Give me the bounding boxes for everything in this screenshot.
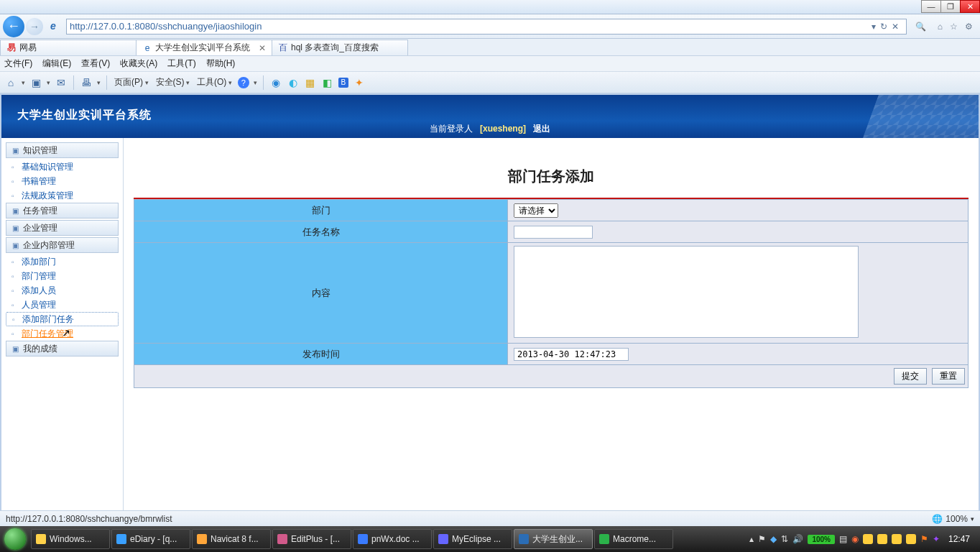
orange-icon[interactable]: ✦ — [353, 76, 366, 89]
mail-icon[interactable]: ✉ — [55, 76, 68, 89]
tab-label: hql 多表查询_百度搜索 — [291, 42, 379, 54]
favorites-icon[interactable]: ☆ — [950, 22, 958, 32]
tab-netease[interactable]: 易 网易 — [0, 40, 137, 55]
search-icon[interactable]: 🔍 — [911, 22, 930, 32]
netease-icon: 易 — [6, 42, 17, 54]
menu-file[interactable]: 文件(F) — [4, 58, 32, 70]
home-icon[interactable]: ⌂ — [4, 76, 17, 89]
stop-icon[interactable]: ✕ — [892, 22, 899, 32]
home-icon[interactable]: ⌂ — [938, 22, 943, 32]
window-maximize-button[interactable]: ❐ — [940, 0, 961, 13]
menu-view[interactable]: 查看(V) — [81, 58, 110, 70]
close-icon[interactable]: ✕ — [259, 43, 266, 53]
menu-tools[interactable]: 工具(T) — [167, 58, 195, 70]
url-input[interactable] — [70, 21, 867, 32]
tools-menu[interactable]: 工具(O) — [195, 76, 234, 88]
refresh-icon[interactable]: ↻ — [880, 22, 887, 32]
ie-icon: e — [142, 43, 152, 53]
tab-label: 大学生创业实训平台系统 — [155, 42, 250, 54]
forward-button[interactable]: → — [26, 18, 43, 35]
tab-app[interactable]: e 大学生创业实训平台系统 ✕ — [136, 40, 272, 55]
tab-baidu[interactable]: 百 hql 多表查询_百度搜索 — [272, 40, 408, 55]
tab-label: 网易 — [19, 42, 37, 54]
window-close-button[interactable]: ✕ — [960, 0, 980, 13]
gear-icon[interactable]: ⚙ — [965, 22, 973, 32]
address-bar[interactable]: ▾ ↻ ✕ — [66, 19, 907, 34]
baidu-icon: 百 — [278, 42, 288, 54]
print-icon[interactable]: 🖶 — [80, 76, 93, 89]
menu-bar: 文件(F) 编辑(E) 查看(V) 收藏夹(A) 工具(T) 帮助(H) — [0, 56, 980, 72]
feeds-icon[interactable]: ▣ — [29, 76, 42, 89]
green-icon[interactable]: ◧ — [321, 76, 334, 89]
yellow-icon[interactable]: ▦ — [304, 76, 317, 89]
help-icon[interactable]: ? — [238, 77, 249, 88]
menu-fav[interactable]: 收藏夹(A) — [120, 58, 157, 70]
menu-edit[interactable]: 编辑(E) — [42, 58, 71, 70]
ie-icon: e — [50, 20, 63, 33]
window-minimize-button[interactable]: — — [921, 0, 941, 13]
globe-icon[interactable]: ◉ — [269, 76, 282, 89]
dropdown-icon[interactable]: ▾ — [872, 22, 876, 32]
page-menu[interactable]: 页面(P) — [113, 76, 150, 88]
bt-icon[interactable]: B — [338, 78, 348, 88]
back-button[interactable]: ← — [3, 16, 24, 37]
safety-menu[interactable]: 安全(S) — [154, 76, 192, 88]
menu-help[interactable]: 帮助(H) — [206, 58, 236, 70]
globe2-icon[interactable]: ◐ — [287, 76, 300, 89]
